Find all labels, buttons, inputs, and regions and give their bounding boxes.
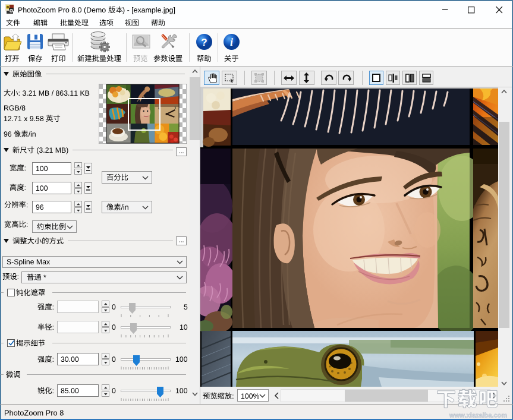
svg-text:i: i	[230, 36, 233, 48]
svg-text:?: ?	[201, 37, 207, 48]
